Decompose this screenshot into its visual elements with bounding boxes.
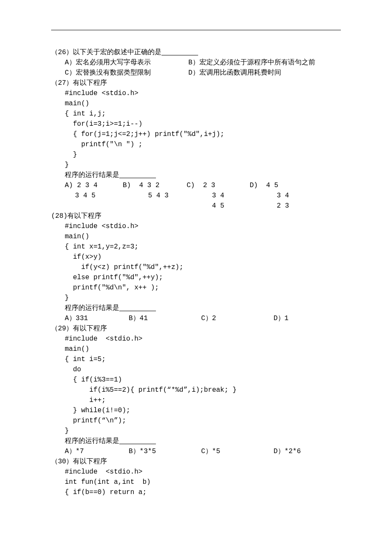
q29-code-4: { if(i%3==1) [51, 375, 341, 385]
q26-optB: B）宏定义必须位于源程序中所有语句之前 [188, 58, 315, 68]
q29-optB: B）*3*5 [129, 446, 201, 457]
q28-code-1: main() [51, 231, 341, 242]
q26-optA: A）宏名必须用大写字母表示 [65, 58, 188, 68]
q27-blank [119, 170, 156, 178]
q29-number: （29） [51, 324, 73, 334]
q29-optC: C）*5 [201, 446, 274, 457]
q28-code-5: else printf("%d",++y); [51, 272, 341, 283]
q26-optC: C）宏替换没有数据类型限制 [65, 68, 188, 78]
q30-code-1: int fun(int a,int b) [51, 477, 341, 487]
q29-code-7: } while(i!=0); [51, 405, 341, 416]
q30-text: 有以下程序 [73, 457, 107, 467]
q29-code-1: main() [51, 344, 341, 354]
q28-code-0: #include <stdio.h> [51, 221, 341, 231]
q28-optB: B）41 [129, 313, 201, 324]
q27-code-1: main() [51, 98, 341, 109]
q29-code-9: } [51, 426, 341, 436]
q27-code-7: } [51, 160, 341, 170]
q28-result-label: 程序的运行结果是 [51, 303, 341, 313]
q26-text: 以下关于宏的叙述中正确的是 [73, 47, 161, 58]
q30-stem: （30） 有以下程序 [51, 457, 341, 467]
q28-code-3: if(x>y) [51, 252, 341, 262]
q28-code-4: if(y<z) printf("%d",++z); [51, 262, 341, 272]
q29-optD: D）*2*6 [274, 446, 301, 457]
q29-code-2: { int i=5; [51, 354, 341, 364]
q28-text: 有以下程序 [67, 211, 101, 221]
q27-opts-row3: 4 5 2 3 [51, 201, 341, 211]
q27-code-0: #include <stdio.h> [51, 88, 341, 98]
q28-optC: C）2 [201, 313, 274, 324]
q29-optA: A）*7 [65, 446, 129, 457]
q29-code-8: printf(“\n”); [51, 416, 341, 426]
q27-code-2: { int i,j; [51, 109, 341, 119]
q29-code-5: if(i%5==2){ printf(“*%d”,i);break; } [51, 385, 341, 395]
q29-result-label: 程序的运行结果是 [51, 436, 341, 446]
q27-stem: （27） 有以下程序 [51, 78, 341, 88]
q29-code-0: #include <stdio.h> [51, 334, 341, 344]
q26-opts-row2: C）宏替换没有数据类型限制 D）宏调用比函数调用耗费时间 [51, 68, 341, 78]
q27-opts-row2: 3 4 5 5 4 3 3 4 3 4 [51, 191, 341, 201]
q28-optD: D）1 [274, 313, 288, 324]
page-content: （26） 以下关于宏的叙述中正确的是 A）宏名必须用大写字母表示 B）宏定义必须… [0, 0, 392, 555]
q27-code-4: { for(j=1;j<=2;j++) printf("%d",i+j); [51, 129, 341, 139]
header-rule [51, 30, 341, 30]
q29-code-3: do [51, 364, 341, 375]
q27-text: 有以下程序 [73, 78, 107, 88]
q26-opts-row1: A）宏名必须用大写字母表示 B）宏定义必须位于源程序中所有语句之前 [51, 58, 341, 68]
q27-result-label: 程序的运行结果是 [51, 170, 341, 180]
q28-stem: (28) 有以下程序 [51, 211, 341, 221]
q27-number: （27） [51, 78, 73, 88]
q29-text: 有以下程序 [73, 324, 107, 334]
q28-code-6: printf("%d\n", x++ ); [51, 283, 341, 293]
q27-code-3: for(i=3;i>=1;i--) [51, 119, 341, 129]
q30-code-2: { if(b==0) return a; [51, 487, 341, 497]
q28-number: (28) [51, 211, 67, 221]
q29-code-6: i++; [51, 395, 341, 405]
q29-stem: （29） 有以下程序 [51, 324, 341, 334]
q30-number: （30） [51, 457, 73, 467]
q29-blank [119, 436, 156, 444]
q27-opts-header: A) 2 3 4 B) 4 3 2 C) 2 3 D) 4 5 [51, 180, 341, 191]
q28-code-2: { int x=1,y=2,z=3; [51, 242, 341, 252]
q30-code-0: #include <stdio.h> [51, 467, 341, 477]
q28-code-7: } [51, 293, 341, 303]
q28-optA: A）331 [65, 313, 129, 324]
q26-stem: （26） 以下关于宏的叙述中正确的是 [51, 47, 341, 58]
q27-code-5: printf("\n ") ; [51, 139, 341, 150]
q26-optD: D）宏调用比函数调用耗费时间 [188, 68, 281, 78]
q28-opts: A）331 B）41 C）2 D）1 [51, 313, 341, 324]
q26-number: （26） [51, 47, 73, 58]
q27-code-6: } [51, 150, 341, 160]
q26-blank [161, 47, 198, 55]
q29-opts: A）*7 B）*3*5 C）*5 D）*2*6 [51, 446, 341, 457]
q28-blank [119, 303, 156, 311]
